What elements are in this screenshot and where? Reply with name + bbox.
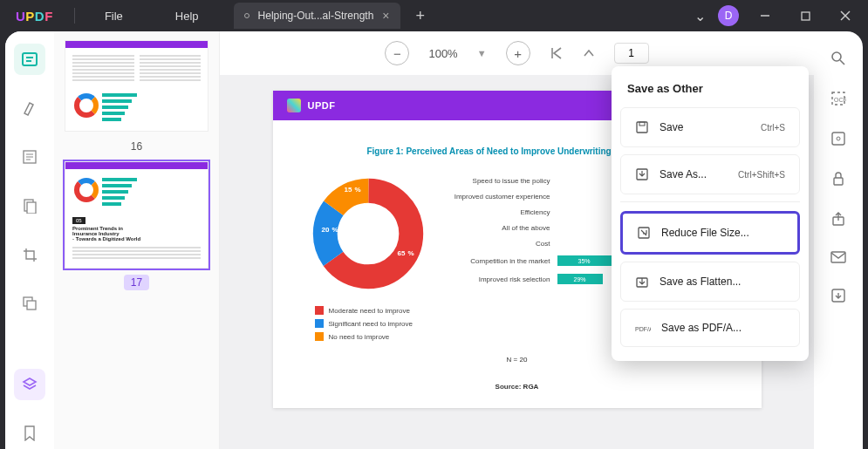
svg-rect-9: [27, 202, 36, 214]
app-logo: UPDF: [0, 9, 69, 24]
thumbnail-label-current: 17: [124, 275, 149, 290]
source-label: Source: RGA: [289, 383, 746, 391]
donut-value-15: 15: [345, 186, 352, 194]
crop-icon[interactable]: [14, 239, 45, 270]
form-icon[interactable]: [830, 131, 846, 150]
thumbnail-label: 16: [65, 137, 208, 161]
svg-line-16: [840, 60, 844, 65]
titlebar: UPDF File Help Helping-Out...al-Strength…: [0, 0, 868, 31]
popup-save-pdfa[interactable]: PDF/A Save as PDF/A...: [620, 309, 800, 347]
svg-rect-19: [832, 133, 844, 145]
minimize-button[interactable]: [751, 2, 779, 30]
svg-rect-11: [27, 301, 36, 310]
user-avatar[interactable]: D: [718, 5, 739, 26]
page-number-input[interactable]: [614, 43, 649, 64]
svg-rect-23: [831, 252, 845, 262]
left-tool-rail: [5, 31, 54, 449]
popup-reduce-file-size[interactable]: Reduce File Size...: [620, 211, 800, 255]
edit-text-icon[interactable]: [14, 141, 45, 173]
first-page-icon[interactable]: [550, 46, 564, 60]
svg-text:OCR: OCR: [834, 97, 846, 103]
search-icon[interactable]: [830, 51, 846, 70]
donut-chart: 65% 20% 15%: [311, 177, 425, 290]
zoom-percent: 100%: [428, 47, 457, 60]
menu-help[interactable]: Help: [149, 10, 225, 23]
ocr-icon[interactable]: OCR: [830, 91, 846, 110]
tab-status-icon: [244, 13, 249, 18]
svg-rect-21: [834, 178, 843, 185]
zoom-out-button[interactable]: −: [385, 41, 409, 65]
save-as-other-popup: Save as Other SaveCtrl+S Save As...Ctrl+…: [612, 66, 809, 361]
organize-pages-icon[interactable]: [14, 190, 45, 221]
close-button[interactable]: [831, 2, 859, 30]
maximize-button[interactable]: [791, 2, 819, 30]
donut-value-65: 65: [398, 249, 406, 257]
new-tab-button[interactable]: +: [416, 7, 426, 25]
copy-icon[interactable]: [14, 288, 45, 319]
prev-page-icon[interactable]: [583, 47, 595, 59]
popup-save[interactable]: SaveCtrl+S: [620, 107, 800, 147]
mail-icon[interactable]: [830, 251, 846, 267]
svg-point-20: [837, 137, 840, 140]
tab-close-button[interactable]: ×: [382, 9, 389, 23]
svg-rect-25: [637, 122, 647, 133]
thumbnail-panel: 16 05 Prominent Trends inInsurance Indus…: [54, 31, 220, 449]
menu-file[interactable]: File: [79, 10, 149, 23]
page-brand-icon: [287, 99, 301, 112]
share-icon[interactable]: [830, 211, 846, 230]
popup-save-flatten[interactable]: Save as Flatten...: [620, 262, 800, 302]
tab-title: Helping-Out...al-Strength: [258, 10, 374, 22]
zoom-dropdown-icon[interactable]: ▼: [477, 48, 487, 58]
bookmark-icon[interactable]: [14, 418, 45, 449]
chevron-down-icon[interactable]: ⌄: [694, 8, 706, 24]
svg-rect-1: [802, 12, 810, 20]
donut-value-20: 20: [322, 226, 330, 234]
chart-legend: Moderate need to improve Significant nee…: [315, 306, 413, 345]
reader-mode-icon[interactable]: [14, 44, 45, 75]
right-tool-rail: OCR: [814, 31, 863, 449]
layers-icon[interactable]: [14, 369, 45, 400]
export-icon[interactable]: [830, 288, 846, 307]
protect-icon[interactable]: [830, 171, 846, 190]
popup-title: Save as Other: [612, 75, 809, 107]
document-tab[interactable]: Helping-Out...al-Strength ×: [234, 3, 400, 29]
thumbnail-page-17[interactable]: 05 Prominent Trends inInsurance Industry…: [65, 161, 208, 269]
thumbnail-page-16[interactable]: [65, 40, 208, 132]
svg-rect-4: [23, 53, 37, 65]
page-brand-text: UPDF: [308, 100, 336, 111]
svg-text:PDF/A: PDF/A: [635, 326, 651, 332]
svg-point-15: [832, 52, 841, 61]
highlight-icon[interactable]: [14, 92, 45, 124]
popup-save-as[interactable]: Save As...Ctrl+Shift+S: [620, 154, 800, 194]
divider: [74, 8, 75, 24]
zoom-in-button[interactable]: +: [506, 41, 530, 65]
